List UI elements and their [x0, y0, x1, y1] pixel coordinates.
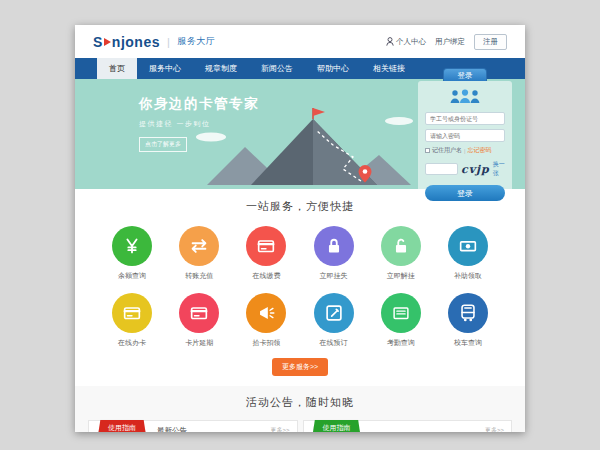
login-submit-button[interactable]: 登录 [425, 185, 505, 201]
service-online-payment[interactable]: 在线缴费 [237, 226, 295, 281]
more-link[interactable]: 更多>> [485, 426, 504, 432]
hero-cta-button[interactable]: 点击了解更多 [139, 137, 187, 152]
transfer-arrows-icon [179, 226, 219, 266]
announcements-title: 活动公告，随时知晓 [75, 395, 525, 410]
captcha-refresh-link[interactable]: 换一张 [493, 160, 505, 178]
nav-item-rules[interactable]: 规章制度 [193, 58, 249, 79]
personal-center-link[interactable]: 个人中心 [386, 37, 426, 47]
tab-latest-announcements[interactable]: 最新公告 [157, 426, 187, 433]
person-icon [386, 37, 394, 46]
service-attendance-inquiry[interactable]: 考勤查询 [372, 293, 430, 348]
personal-center-label: 个人中心 [396, 37, 426, 47]
tab-usage-guide[interactable]: 使用指南 [313, 420, 361, 433]
service-transfer-recharge[interactable]: 转账充值 [170, 226, 228, 281]
more-link[interactable]: 更多>> [270, 426, 289, 432]
bank-card-icon [246, 226, 286, 266]
login-options: 记住用户名 | 忘记密码 [425, 146, 505, 155]
service-online-booking[interactable]: 在线预订 [305, 293, 363, 348]
service-report-loss[interactable]: 立即挂失 [305, 226, 363, 281]
site-page: S njones | 服务大厅 个人中心 用户绑定 注册 首页 服务中心 规章制… [75, 25, 525, 432]
guide-panel-left: 使用指南 最新公告 更多>> [88, 420, 298, 432]
bus-icon [448, 293, 488, 333]
announcement-panels: 使用指南 最新公告 更多>> 使用指南 更多>> [75, 420, 525, 432]
service-cancel-loss[interactable]: 立即解挂 [372, 226, 430, 281]
service-balance-inquiry[interactable]: 余额查询 [103, 226, 161, 281]
login-tab[interactable]: 登录 [443, 68, 487, 81]
megaphone-icon [246, 293, 286, 333]
captcha-input[interactable] [425, 163, 458, 175]
nav-item-news[interactable]: 新闻公告 [249, 58, 305, 79]
lock-icon [314, 226, 354, 266]
logo-separator: | [167, 36, 170, 48]
user-binding-label: 用户绑定 [435, 37, 465, 47]
site-header: S njones | 服务大厅 个人中心 用户绑定 注册 [75, 25, 525, 58]
login-form: 记住用户名 | 忘记密码 cvjp 换一张 登录 [418, 81, 512, 209]
bank-card-icon [112, 293, 152, 333]
list-icon [381, 293, 421, 333]
account-input[interactable] [425, 112, 505, 125]
guide-panel-right: 使用指南 更多>> [303, 420, 513, 432]
services-row-2: 在线办卡 卡片延期 拾卡招领 在线预订 [75, 293, 525, 348]
site-name: 服务大厅 [177, 35, 215, 48]
service-school-bus-inquiry[interactable]: 校车查询 [439, 293, 497, 348]
logo-arrow-icon [104, 38, 111, 46]
panel-header: 使用指南 更多>> [304, 421, 512, 432]
register-button[interactable]: 注册 [474, 34, 507, 50]
services-section: 一站服务，方便快捷 余额查询 转账充值 在线缴费 [75, 189, 525, 376]
more-services-button[interactable]: 更多服务>> [272, 358, 328, 376]
announcements-section: 活动公告，随时知晓 使用指南 最新公告 更多>> 使用指南 更多>> [75, 386, 525, 432]
service-subsidy-collect[interactable]: 补助领取 [439, 226, 497, 281]
yen-icon [112, 226, 152, 266]
unlock-icon [381, 226, 421, 266]
tab-usage-guide[interactable]: 使用指南 [98, 420, 146, 433]
service-apply-card[interactable]: 在线办卡 [103, 293, 161, 348]
hero-title: 你身边的卡管专家 [139, 95, 259, 113]
logo[interactable]: S njones | 服务大厅 [93, 34, 215, 50]
nav-item-help[interactable]: 帮助中心 [305, 58, 361, 79]
nav-item-service-center[interactable]: 服务中心 [137, 58, 193, 79]
password-input[interactable] [425, 129, 505, 142]
remember-checkbox[interactable] [425, 148, 430, 153]
service-card-extension[interactable]: 卡片延期 [170, 293, 228, 348]
banknote-icon [448, 226, 488, 266]
bank-card-icon [179, 293, 219, 333]
nav-item-home[interactable]: 首页 [97, 58, 137, 79]
forgot-password-link[interactable]: 忘记密码 [468, 146, 492, 155]
edit-icon [314, 293, 354, 333]
header-links: 个人中心 用户绑定 注册 [386, 34, 507, 50]
nav-item-links[interactable]: 相关链接 [361, 58, 417, 79]
user-binding-link[interactable]: 用户绑定 [435, 37, 465, 47]
login-panel: 登录 记住用户名 | 忘记密码 cvjp 换一张 [418, 68, 512, 209]
hero-copy: 你身边的卡管专家 提供捷径 一步到位 点击了解更多 [139, 95, 259, 152]
remember-label: 记住用户名 [432, 146, 462, 155]
services-row-1: 余额查询 转账充值 在线缴费 立即挂失 [75, 226, 525, 281]
logo-text-suffix: njones [112, 34, 160, 50]
captcha-row: cvjp 换一张 [425, 160, 505, 178]
hero-subtitle: 提供捷径 一步到位 [139, 119, 259, 129]
panel-header: 使用指南 最新公告 更多>> [89, 421, 297, 432]
captcha-image[interactable]: cvjp [461, 163, 490, 176]
logo-text-prefix: S [93, 34, 103, 50]
options-separator: | [464, 148, 466, 154]
service-found-card-claim[interactable]: 拾卡招领 [237, 293, 295, 348]
users-icon [425, 88, 505, 108]
